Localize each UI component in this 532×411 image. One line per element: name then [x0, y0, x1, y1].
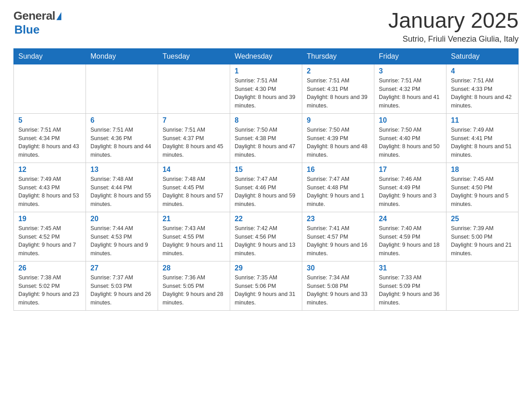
day-info: Sunrise: 7:46 AM Sunset: 4:49 PM Dayligh…: [379, 175, 442, 209]
day-number: 12: [18, 166, 81, 174]
day-info: Sunrise: 7:48 AM Sunset: 4:44 PM Dayligh…: [90, 175, 153, 209]
day-info: Sunrise: 7:51 AM Sunset: 4:32 PM Dayligh…: [379, 77, 442, 110]
day-number: 21: [163, 215, 225, 223]
day-info: Sunrise: 7:51 AM Sunset: 4:36 PM Dayligh…: [90, 126, 153, 159]
calendar-week-row: 1Sunrise: 7:51 AM Sunset: 4:30 PM Daylig…: [14, 64, 519, 113]
day-number: 25: [451, 215, 514, 223]
day-number: 19: [18, 215, 81, 223]
calendar-cell: 1Sunrise: 7:51 AM Sunset: 4:30 PM Daylig…: [230, 64, 302, 113]
calendar-cell: 30Sunrise: 7:34 AM Sunset: 5:08 PM Dayli…: [302, 261, 374, 310]
day-number: 6: [90, 116, 153, 124]
day-info: Sunrise: 7:49 AM Sunset: 4:41 PM Dayligh…: [451, 126, 514, 159]
calendar-week-row: 19Sunrise: 7:45 AM Sunset: 4:52 PM Dayli…: [14, 212, 519, 261]
day-info: Sunrise: 7:50 AM Sunset: 4:40 PM Dayligh…: [379, 126, 442, 159]
calendar-cell: 5Sunrise: 7:51 AM Sunset: 4:34 PM Daylig…: [14, 113, 86, 163]
day-number: 22: [235, 215, 297, 223]
calendar-cell: 20Sunrise: 7:44 AM Sunset: 4:53 PM Dayli…: [86, 212, 158, 261]
day-info: Sunrise: 7:51 AM Sunset: 4:31 PM Dayligh…: [307, 77, 369, 110]
calendar-header-monday: Monday: [86, 48, 158, 64]
calendar-cell: 25Sunrise: 7:39 AM Sunset: 5:00 PM Dayli…: [446, 212, 519, 261]
calendar-header-wednesday: Wednesday: [230, 48, 302, 64]
calendar-cell: 15Sunrise: 7:47 AM Sunset: 4:46 PM Dayli…: [230, 163, 302, 212]
calendar-header-saturday: Saturday: [446, 48, 519, 64]
calendar-week-row: 12Sunrise: 7:49 AM Sunset: 4:43 PM Dayli…: [14, 163, 519, 212]
day-number: 11: [451, 116, 514, 124]
calendar-cell: [158, 64, 230, 113]
day-info: Sunrise: 7:34 AM Sunset: 5:08 PM Dayligh…: [307, 274, 369, 307]
calendar-cell: 27Sunrise: 7:37 AM Sunset: 5:03 PM Dayli…: [86, 261, 158, 310]
logo-blue-text: Blue: [14, 23, 39, 37]
day-info: Sunrise: 7:47 AM Sunset: 4:48 PM Dayligh…: [307, 175, 369, 209]
calendar-cell: 21Sunrise: 7:43 AM Sunset: 4:55 PM Dayli…: [158, 212, 230, 261]
calendar-cell: 7Sunrise: 7:51 AM Sunset: 4:37 PM Daylig…: [158, 113, 230, 163]
day-info: Sunrise: 7:51 AM Sunset: 4:30 PM Dayligh…: [235, 77, 297, 110]
calendar-header-thursday: Thursday: [302, 48, 374, 64]
day-info: Sunrise: 7:35 AM Sunset: 5:06 PM Dayligh…: [235, 274, 297, 307]
calendar-cell: 13Sunrise: 7:48 AM Sunset: 4:44 PM Dayli…: [86, 163, 158, 212]
day-info: Sunrise: 7:48 AM Sunset: 4:45 PM Dayligh…: [163, 175, 225, 209]
location-title: Sutrio, Friuli Venezia Giulia, Italy: [388, 34, 519, 44]
day-info: Sunrise: 7:51 AM Sunset: 4:33 PM Dayligh…: [451, 77, 514, 110]
day-number: 10: [379, 116, 442, 124]
day-info: Sunrise: 7:49 AM Sunset: 4:43 PM Dayligh…: [18, 175, 81, 209]
calendar-cell: [446, 261, 519, 310]
day-info: Sunrise: 7:40 AM Sunset: 4:59 PM Dayligh…: [379, 224, 442, 258]
calendar-week-row: 5Sunrise: 7:51 AM Sunset: 4:34 PM Daylig…: [14, 113, 519, 163]
day-info: Sunrise: 7:44 AM Sunset: 4:53 PM Dayligh…: [90, 224, 153, 258]
day-info: Sunrise: 7:50 AM Sunset: 4:39 PM Dayligh…: [307, 126, 369, 159]
day-info: Sunrise: 7:38 AM Sunset: 5:02 PM Dayligh…: [18, 274, 81, 307]
day-number: 9: [307, 116, 369, 124]
calendar-cell: 17Sunrise: 7:46 AM Sunset: 4:49 PM Dayli…: [374, 163, 446, 212]
calendar-cell: 14Sunrise: 7:48 AM Sunset: 4:45 PM Dayli…: [158, 163, 230, 212]
calendar-cell: 4Sunrise: 7:51 AM Sunset: 4:33 PM Daylig…: [446, 64, 519, 113]
calendar-cell: 2Sunrise: 7:51 AM Sunset: 4:31 PM Daylig…: [302, 64, 374, 113]
day-number: 26: [18, 264, 81, 272]
day-number: 7: [163, 116, 225, 124]
calendar-cell: 23Sunrise: 7:41 AM Sunset: 4:57 PM Dayli…: [302, 212, 374, 261]
day-info: Sunrise: 7:51 AM Sunset: 4:34 PM Dayligh…: [18, 126, 81, 159]
day-number: 24: [379, 215, 442, 223]
calendar-header-friday: Friday: [374, 48, 446, 64]
calendar-table: SundayMondayTuesdayWednesdayThursdayFrid…: [13, 48, 519, 311]
day-info: Sunrise: 7:41 AM Sunset: 4:57 PM Dayligh…: [307, 224, 369, 258]
day-number: 14: [163, 166, 225, 174]
calendar-cell: 3Sunrise: 7:51 AM Sunset: 4:32 PM Daylig…: [374, 64, 446, 113]
day-info: Sunrise: 7:51 AM Sunset: 4:37 PM Dayligh…: [163, 126, 225, 159]
day-number: 1: [235, 67, 297, 75]
day-number: 16: [307, 166, 369, 174]
day-info: Sunrise: 7:45 AM Sunset: 4:52 PM Dayligh…: [18, 224, 81, 258]
page-header: General Blue January 2025 Sutrio, Friuli…: [13, 9, 519, 44]
day-number: 4: [451, 67, 514, 75]
calendar-cell: 29Sunrise: 7:35 AM Sunset: 5:06 PM Dayli…: [230, 261, 302, 310]
day-number: 17: [379, 166, 442, 174]
calendar-week-row: 26Sunrise: 7:38 AM Sunset: 5:02 PM Dayli…: [14, 261, 519, 310]
day-info: Sunrise: 7:45 AM Sunset: 4:50 PM Dayligh…: [451, 175, 514, 209]
calendar-cell: 28Sunrise: 7:36 AM Sunset: 5:05 PM Dayli…: [158, 261, 230, 310]
day-info: Sunrise: 7:33 AM Sunset: 5:09 PM Dayligh…: [379, 274, 442, 307]
day-number: 2: [307, 67, 369, 75]
day-number: 18: [451, 166, 514, 174]
day-info: Sunrise: 7:39 AM Sunset: 5:00 PM Dayligh…: [451, 224, 514, 258]
day-number: 29: [235, 264, 297, 272]
day-info: Sunrise: 7:42 AM Sunset: 4:56 PM Dayligh…: [235, 224, 297, 258]
day-number: 13: [90, 166, 153, 174]
calendar-header-row: SundayMondayTuesdayWednesdayThursdayFrid…: [14, 48, 519, 64]
calendar-cell: 22Sunrise: 7:42 AM Sunset: 4:56 PM Dayli…: [230, 212, 302, 261]
day-number: 20: [90, 215, 153, 223]
day-number: 31: [379, 264, 442, 272]
day-number: 3: [379, 67, 442, 75]
day-info: Sunrise: 7:36 AM Sunset: 5:05 PM Dayligh…: [163, 274, 225, 307]
day-info: Sunrise: 7:43 AM Sunset: 4:55 PM Dayligh…: [163, 224, 225, 258]
day-number: 23: [307, 215, 369, 223]
calendar-header-sunday: Sunday: [14, 48, 86, 64]
calendar-cell: 24Sunrise: 7:40 AM Sunset: 4:59 PM Dayli…: [374, 212, 446, 261]
calendar-cell: [14, 64, 86, 113]
calendar-cell: 12Sunrise: 7:49 AM Sunset: 4:43 PM Dayli…: [14, 163, 86, 212]
day-info: Sunrise: 7:47 AM Sunset: 4:46 PM Dayligh…: [235, 175, 297, 209]
title-block: January 2025 Sutrio, Friuli Venezia Giul…: [388, 9, 519, 44]
calendar-cell: 6Sunrise: 7:51 AM Sunset: 4:36 PM Daylig…: [86, 113, 158, 163]
day-info: Sunrise: 7:50 AM Sunset: 4:38 PM Dayligh…: [235, 126, 297, 159]
day-number: 8: [235, 116, 297, 124]
logo-general-text: General: [13, 9, 55, 23]
calendar-cell: 18Sunrise: 7:45 AM Sunset: 4:50 PM Dayli…: [446, 163, 519, 212]
